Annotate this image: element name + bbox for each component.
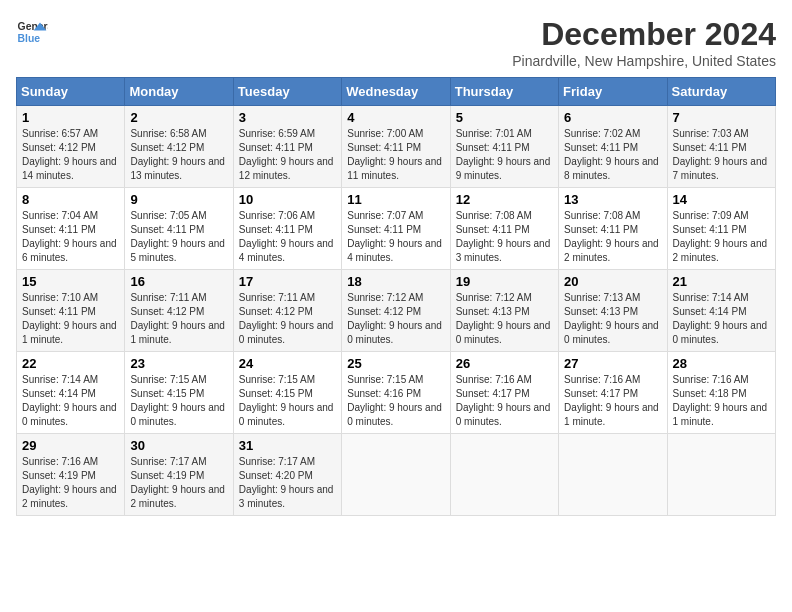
day-number: 23: [130, 356, 227, 371]
week-row-1: 1 Sunrise: 6:57 AM Sunset: 4:12 PM Dayli…: [17, 106, 776, 188]
day-number: 10: [239, 192, 336, 207]
day-number: 3: [239, 110, 336, 125]
calendar-cell: 10 Sunrise: 7:06 AM Sunset: 4:11 PM Dayl…: [233, 188, 341, 270]
calendar-cell: 18 Sunrise: 7:12 AM Sunset: 4:12 PM Dayl…: [342, 270, 450, 352]
cell-info: Sunrise: 6:58 AM Sunset: 4:12 PM Dayligh…: [130, 127, 227, 183]
day-number: 15: [22, 274, 119, 289]
day-header-tuesday: Tuesday: [233, 78, 341, 106]
calendar-cell: 12 Sunrise: 7:08 AM Sunset: 4:11 PM Dayl…: [450, 188, 558, 270]
day-number: 6: [564, 110, 661, 125]
calendar-cell: 16 Sunrise: 7:11 AM Sunset: 4:12 PM Dayl…: [125, 270, 233, 352]
day-number: 28: [673, 356, 770, 371]
cell-info: Sunrise: 7:10 AM Sunset: 4:11 PM Dayligh…: [22, 291, 119, 347]
calendar-cell: 17 Sunrise: 7:11 AM Sunset: 4:12 PM Dayl…: [233, 270, 341, 352]
day-number: 22: [22, 356, 119, 371]
cell-info: Sunrise: 7:01 AM Sunset: 4:11 PM Dayligh…: [456, 127, 553, 183]
calendar-table: SundayMondayTuesdayWednesdayThursdayFrid…: [16, 77, 776, 516]
calendar-cell: 14 Sunrise: 7:09 AM Sunset: 4:11 PM Dayl…: [667, 188, 775, 270]
cell-info: Sunrise: 7:16 AM Sunset: 4:17 PM Dayligh…: [564, 373, 661, 429]
calendar-cell: 2 Sunrise: 6:58 AM Sunset: 4:12 PM Dayli…: [125, 106, 233, 188]
day-number: 7: [673, 110, 770, 125]
cell-info: Sunrise: 7:07 AM Sunset: 4:11 PM Dayligh…: [347, 209, 444, 265]
week-row-2: 8 Sunrise: 7:04 AM Sunset: 4:11 PM Dayli…: [17, 188, 776, 270]
cell-info: Sunrise: 7:16 AM Sunset: 4:19 PM Dayligh…: [22, 455, 119, 511]
cell-info: Sunrise: 7:16 AM Sunset: 4:17 PM Dayligh…: [456, 373, 553, 429]
day-number: 5: [456, 110, 553, 125]
cell-info: Sunrise: 7:06 AM Sunset: 4:11 PM Dayligh…: [239, 209, 336, 265]
cell-info: Sunrise: 7:11 AM Sunset: 4:12 PM Dayligh…: [130, 291, 227, 347]
cell-info: Sunrise: 7:11 AM Sunset: 4:12 PM Dayligh…: [239, 291, 336, 347]
day-header-friday: Friday: [559, 78, 667, 106]
logo-icon: General Blue: [16, 16, 48, 48]
day-header-wednesday: Wednesday: [342, 78, 450, 106]
day-number: 9: [130, 192, 227, 207]
title-area: December 2024 Pinardville, New Hampshire…: [512, 16, 776, 69]
day-number: 13: [564, 192, 661, 207]
calendar-cell: 13 Sunrise: 7:08 AM Sunset: 4:11 PM Dayl…: [559, 188, 667, 270]
calendar-cell: 5 Sunrise: 7:01 AM Sunset: 4:11 PM Dayli…: [450, 106, 558, 188]
day-number: 20: [564, 274, 661, 289]
cell-info: Sunrise: 7:12 AM Sunset: 4:12 PM Dayligh…: [347, 291, 444, 347]
cell-info: Sunrise: 7:15 AM Sunset: 4:15 PM Dayligh…: [239, 373, 336, 429]
calendar-cell: 31 Sunrise: 7:17 AM Sunset: 4:20 PM Dayl…: [233, 434, 341, 516]
day-number: 26: [456, 356, 553, 371]
day-number: 2: [130, 110, 227, 125]
day-header-saturday: Saturday: [667, 78, 775, 106]
cell-info: Sunrise: 6:59 AM Sunset: 4:11 PM Dayligh…: [239, 127, 336, 183]
calendar-cell: 19 Sunrise: 7:12 AM Sunset: 4:13 PM Dayl…: [450, 270, 558, 352]
day-header-sunday: Sunday: [17, 78, 125, 106]
logo: General Blue: [16, 16, 48, 48]
day-number: 19: [456, 274, 553, 289]
calendar-cell: 6 Sunrise: 7:02 AM Sunset: 4:11 PM Dayli…: [559, 106, 667, 188]
calendar-cell: 23 Sunrise: 7:15 AM Sunset: 4:15 PM Dayl…: [125, 352, 233, 434]
cell-info: Sunrise: 7:17 AM Sunset: 4:20 PM Dayligh…: [239, 455, 336, 511]
calendar-cell: 11 Sunrise: 7:07 AM Sunset: 4:11 PM Dayl…: [342, 188, 450, 270]
day-number: 30: [130, 438, 227, 453]
calendar-cell: 28 Sunrise: 7:16 AM Sunset: 4:18 PM Dayl…: [667, 352, 775, 434]
day-number: 31: [239, 438, 336, 453]
calendar-cell: 4 Sunrise: 7:00 AM Sunset: 4:11 PM Dayli…: [342, 106, 450, 188]
week-row-5: 29 Sunrise: 7:16 AM Sunset: 4:19 PM Dayl…: [17, 434, 776, 516]
cell-info: Sunrise: 7:17 AM Sunset: 4:19 PM Dayligh…: [130, 455, 227, 511]
cell-info: Sunrise: 7:16 AM Sunset: 4:18 PM Dayligh…: [673, 373, 770, 429]
calendar-cell: [450, 434, 558, 516]
calendar-cell: 24 Sunrise: 7:15 AM Sunset: 4:15 PM Dayl…: [233, 352, 341, 434]
cell-info: Sunrise: 7:15 AM Sunset: 4:16 PM Dayligh…: [347, 373, 444, 429]
cell-info: Sunrise: 7:02 AM Sunset: 4:11 PM Dayligh…: [564, 127, 661, 183]
calendar-cell: [559, 434, 667, 516]
calendar-cell: 1 Sunrise: 6:57 AM Sunset: 4:12 PM Dayli…: [17, 106, 125, 188]
day-number: 21: [673, 274, 770, 289]
cell-info: Sunrise: 7:04 AM Sunset: 4:11 PM Dayligh…: [22, 209, 119, 265]
calendar-cell: 21 Sunrise: 7:14 AM Sunset: 4:14 PM Dayl…: [667, 270, 775, 352]
cell-info: Sunrise: 7:03 AM Sunset: 4:11 PM Dayligh…: [673, 127, 770, 183]
cell-info: Sunrise: 6:57 AM Sunset: 4:12 PM Dayligh…: [22, 127, 119, 183]
calendar-cell: 7 Sunrise: 7:03 AM Sunset: 4:11 PM Dayli…: [667, 106, 775, 188]
week-row-3: 15 Sunrise: 7:10 AM Sunset: 4:11 PM Dayl…: [17, 270, 776, 352]
cell-info: Sunrise: 7:08 AM Sunset: 4:11 PM Dayligh…: [456, 209, 553, 265]
calendar-cell: 27 Sunrise: 7:16 AM Sunset: 4:17 PM Dayl…: [559, 352, 667, 434]
day-number: 18: [347, 274, 444, 289]
cell-info: Sunrise: 7:14 AM Sunset: 4:14 PM Dayligh…: [673, 291, 770, 347]
cell-info: Sunrise: 7:08 AM Sunset: 4:11 PM Dayligh…: [564, 209, 661, 265]
cell-info: Sunrise: 7:12 AM Sunset: 4:13 PM Dayligh…: [456, 291, 553, 347]
day-number: 1: [22, 110, 119, 125]
day-number: 12: [456, 192, 553, 207]
day-number: 16: [130, 274, 227, 289]
calendar-cell: [342, 434, 450, 516]
calendar-cell: [667, 434, 775, 516]
day-number: 29: [22, 438, 119, 453]
cell-info: Sunrise: 7:15 AM Sunset: 4:15 PM Dayligh…: [130, 373, 227, 429]
day-number: 4: [347, 110, 444, 125]
header: General Blue December 2024 Pinardville, …: [16, 16, 776, 69]
day-number: 8: [22, 192, 119, 207]
calendar-cell: 20 Sunrise: 7:13 AM Sunset: 4:13 PM Dayl…: [559, 270, 667, 352]
cell-info: Sunrise: 7:13 AM Sunset: 4:13 PM Dayligh…: [564, 291, 661, 347]
calendar-cell: 22 Sunrise: 7:14 AM Sunset: 4:14 PM Dayl…: [17, 352, 125, 434]
day-header-thursday: Thursday: [450, 78, 558, 106]
day-number: 17: [239, 274, 336, 289]
calendar-cell: 25 Sunrise: 7:15 AM Sunset: 4:16 PM Dayl…: [342, 352, 450, 434]
calendar-cell: 30 Sunrise: 7:17 AM Sunset: 4:19 PM Dayl…: [125, 434, 233, 516]
calendar-cell: 26 Sunrise: 7:16 AM Sunset: 4:17 PM Dayl…: [450, 352, 558, 434]
week-row-4: 22 Sunrise: 7:14 AM Sunset: 4:14 PM Dayl…: [17, 352, 776, 434]
day-number: 24: [239, 356, 336, 371]
